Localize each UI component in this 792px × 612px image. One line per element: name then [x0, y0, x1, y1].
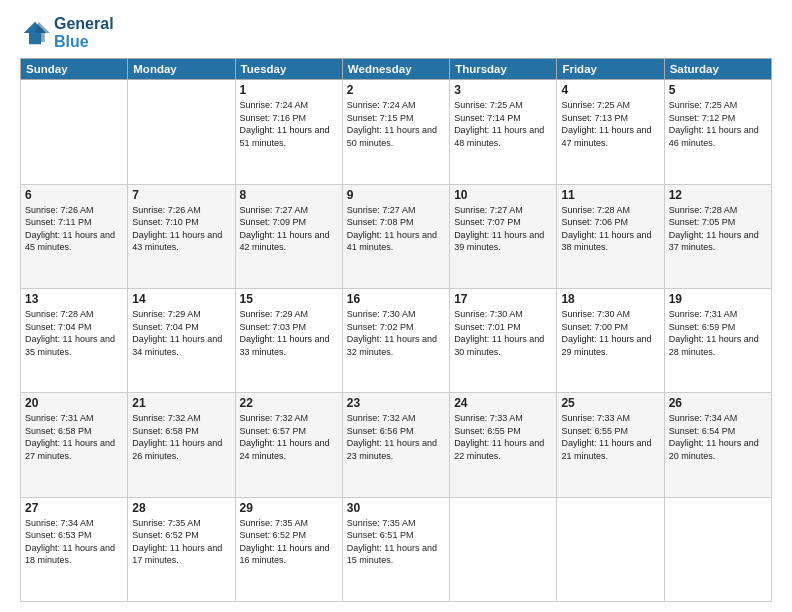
- calendar-cell: 5Sunrise: 7:25 AM Sunset: 7:12 PM Daylig…: [664, 80, 771, 184]
- day-number: 2: [347, 83, 445, 97]
- day-number: 15: [240, 292, 338, 306]
- day-info: Sunrise: 7:29 AM Sunset: 7:03 PM Dayligh…: [240, 308, 338, 358]
- weekday-header-sunday: Sunday: [21, 59, 128, 80]
- day-info: Sunrise: 7:31 AM Sunset: 6:58 PM Dayligh…: [25, 412, 123, 462]
- day-info: Sunrise: 7:26 AM Sunset: 7:10 PM Dayligh…: [132, 204, 230, 254]
- day-number: 24: [454, 396, 552, 410]
- day-number: 7: [132, 188, 230, 202]
- day-number: 23: [347, 396, 445, 410]
- day-info: Sunrise: 7:31 AM Sunset: 6:59 PM Dayligh…: [669, 308, 767, 358]
- day-info: Sunrise: 7:33 AM Sunset: 6:55 PM Dayligh…: [454, 412, 552, 462]
- calendar-cell: 26Sunrise: 7:34 AM Sunset: 6:54 PM Dayli…: [664, 393, 771, 497]
- calendar-cell: 11Sunrise: 7:28 AM Sunset: 7:06 PM Dayli…: [557, 184, 664, 288]
- day-info: Sunrise: 7:32 AM Sunset: 6:58 PM Dayligh…: [132, 412, 230, 462]
- calendar-cell: [450, 497, 557, 601]
- day-info: Sunrise: 7:35 AM Sunset: 6:52 PM Dayligh…: [240, 517, 338, 567]
- day-info: Sunrise: 7:25 AM Sunset: 7:13 PM Dayligh…: [561, 99, 659, 149]
- calendar-cell: 9Sunrise: 7:27 AM Sunset: 7:08 PM Daylig…: [342, 184, 449, 288]
- day-number: 13: [25, 292, 123, 306]
- calendar-cell: [128, 80, 235, 184]
- day-number: 17: [454, 292, 552, 306]
- day-info: Sunrise: 7:30 AM Sunset: 7:02 PM Dayligh…: [347, 308, 445, 358]
- calendar-cell: 15Sunrise: 7:29 AM Sunset: 7:03 PM Dayli…: [235, 288, 342, 392]
- day-info: Sunrise: 7:27 AM Sunset: 7:07 PM Dayligh…: [454, 204, 552, 254]
- day-info: Sunrise: 7:24 AM Sunset: 7:15 PM Dayligh…: [347, 99, 445, 149]
- calendar-cell: 24Sunrise: 7:33 AM Sunset: 6:55 PM Dayli…: [450, 393, 557, 497]
- day-info: Sunrise: 7:34 AM Sunset: 6:53 PM Dayligh…: [25, 517, 123, 567]
- weekday-header-row: SundayMondayTuesdayWednesdayThursdayFrid…: [21, 59, 772, 80]
- calendar-cell: 20Sunrise: 7:31 AM Sunset: 6:58 PM Dayli…: [21, 393, 128, 497]
- calendar-cell: 25Sunrise: 7:33 AM Sunset: 6:55 PM Dayli…: [557, 393, 664, 497]
- day-number: 6: [25, 188, 123, 202]
- logo: General Blue: [20, 15, 114, 50]
- day-info: Sunrise: 7:25 AM Sunset: 7:14 PM Dayligh…: [454, 99, 552, 149]
- day-number: 21: [132, 396, 230, 410]
- calendar-cell: 3Sunrise: 7:25 AM Sunset: 7:14 PM Daylig…: [450, 80, 557, 184]
- calendar-cell: 23Sunrise: 7:32 AM Sunset: 6:56 PM Dayli…: [342, 393, 449, 497]
- week-row-1: 6Sunrise: 7:26 AM Sunset: 7:11 PM Daylig…: [21, 184, 772, 288]
- calendar-cell: [21, 80, 128, 184]
- week-row-3: 20Sunrise: 7:31 AM Sunset: 6:58 PM Dayli…: [21, 393, 772, 497]
- day-number: 20: [25, 396, 123, 410]
- day-number: 10: [454, 188, 552, 202]
- day-number: 12: [669, 188, 767, 202]
- calendar-cell: 13Sunrise: 7:28 AM Sunset: 7:04 PM Dayli…: [21, 288, 128, 392]
- calendar-cell: 10Sunrise: 7:27 AM Sunset: 7:07 PM Dayli…: [450, 184, 557, 288]
- day-number: 16: [347, 292, 445, 306]
- calendar-cell: 12Sunrise: 7:28 AM Sunset: 7:05 PM Dayli…: [664, 184, 771, 288]
- day-number: 18: [561, 292, 659, 306]
- day-number: 9: [347, 188, 445, 202]
- weekday-header-thursday: Thursday: [450, 59, 557, 80]
- day-number: 8: [240, 188, 338, 202]
- day-info: Sunrise: 7:26 AM Sunset: 7:11 PM Dayligh…: [25, 204, 123, 254]
- day-info: Sunrise: 7:27 AM Sunset: 7:08 PM Dayligh…: [347, 204, 445, 254]
- calendar-cell: [664, 497, 771, 601]
- day-info: Sunrise: 7:35 AM Sunset: 6:52 PM Dayligh…: [132, 517, 230, 567]
- calendar-cell: 2Sunrise: 7:24 AM Sunset: 7:15 PM Daylig…: [342, 80, 449, 184]
- day-info: Sunrise: 7:33 AM Sunset: 6:55 PM Dayligh…: [561, 412, 659, 462]
- calendar-cell: 18Sunrise: 7:30 AM Sunset: 7:00 PM Dayli…: [557, 288, 664, 392]
- calendar-cell: 7Sunrise: 7:26 AM Sunset: 7:10 PM Daylig…: [128, 184, 235, 288]
- weekday-header-wednesday: Wednesday: [342, 59, 449, 80]
- week-row-4: 27Sunrise: 7:34 AM Sunset: 6:53 PM Dayli…: [21, 497, 772, 601]
- calendar-cell: 19Sunrise: 7:31 AM Sunset: 6:59 PM Dayli…: [664, 288, 771, 392]
- day-info: Sunrise: 7:34 AM Sunset: 6:54 PM Dayligh…: [669, 412, 767, 462]
- calendar-table: SundayMondayTuesdayWednesdayThursdayFrid…: [20, 58, 772, 602]
- day-number: 27: [25, 501, 123, 515]
- page: General Blue SundayMondayTuesdayWednesda…: [0, 0, 792, 612]
- calendar-cell: 8Sunrise: 7:27 AM Sunset: 7:09 PM Daylig…: [235, 184, 342, 288]
- calendar-cell: 4Sunrise: 7:25 AM Sunset: 7:13 PM Daylig…: [557, 80, 664, 184]
- day-number: 5: [669, 83, 767, 97]
- day-number: 30: [347, 501, 445, 515]
- day-info: Sunrise: 7:30 AM Sunset: 7:00 PM Dayligh…: [561, 308, 659, 358]
- header: General Blue: [20, 15, 772, 50]
- calendar-cell: 30Sunrise: 7:35 AM Sunset: 6:51 PM Dayli…: [342, 497, 449, 601]
- day-number: 22: [240, 396, 338, 410]
- day-number: 3: [454, 83, 552, 97]
- day-number: 28: [132, 501, 230, 515]
- day-info: Sunrise: 7:25 AM Sunset: 7:12 PM Dayligh…: [669, 99, 767, 149]
- calendar-cell: 6Sunrise: 7:26 AM Sunset: 7:11 PM Daylig…: [21, 184, 128, 288]
- weekday-header-tuesday: Tuesday: [235, 59, 342, 80]
- day-number: 14: [132, 292, 230, 306]
- calendar-cell: 17Sunrise: 7:30 AM Sunset: 7:01 PM Dayli…: [450, 288, 557, 392]
- weekday-header-saturday: Saturday: [664, 59, 771, 80]
- day-info: Sunrise: 7:28 AM Sunset: 7:05 PM Dayligh…: [669, 204, 767, 254]
- day-number: 25: [561, 396, 659, 410]
- day-number: 4: [561, 83, 659, 97]
- day-number: 1: [240, 83, 338, 97]
- calendar-cell: 27Sunrise: 7:34 AM Sunset: 6:53 PM Dayli…: [21, 497, 128, 601]
- day-info: Sunrise: 7:32 AM Sunset: 6:57 PM Dayligh…: [240, 412, 338, 462]
- calendar-cell: 16Sunrise: 7:30 AM Sunset: 7:02 PM Dayli…: [342, 288, 449, 392]
- calendar-cell: 22Sunrise: 7:32 AM Sunset: 6:57 PM Dayli…: [235, 393, 342, 497]
- day-number: 19: [669, 292, 767, 306]
- day-info: Sunrise: 7:28 AM Sunset: 7:06 PM Dayligh…: [561, 204, 659, 254]
- day-number: 29: [240, 501, 338, 515]
- weekday-header-monday: Monday: [128, 59, 235, 80]
- day-number: 26: [669, 396, 767, 410]
- day-info: Sunrise: 7:24 AM Sunset: 7:16 PM Dayligh…: [240, 99, 338, 149]
- day-info: Sunrise: 7:28 AM Sunset: 7:04 PM Dayligh…: [25, 308, 123, 358]
- day-info: Sunrise: 7:30 AM Sunset: 7:01 PM Dayligh…: [454, 308, 552, 358]
- day-info: Sunrise: 7:32 AM Sunset: 6:56 PM Dayligh…: [347, 412, 445, 462]
- calendar-cell: 28Sunrise: 7:35 AM Sunset: 6:52 PM Dayli…: [128, 497, 235, 601]
